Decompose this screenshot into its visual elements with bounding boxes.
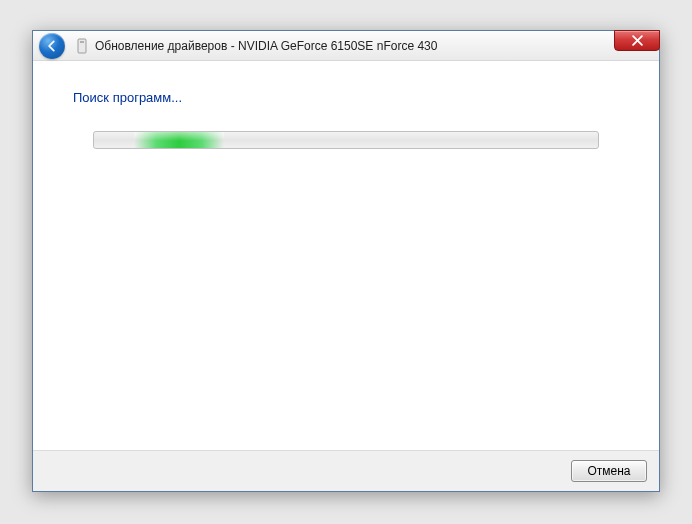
close-button[interactable]	[614, 30, 660, 51]
status-heading: Поиск программ...	[73, 90, 619, 105]
svg-rect-1	[80, 41, 84, 43]
content-area: Поиск программ...	[33, 62, 659, 449]
device-icon	[75, 38, 89, 54]
dialog-footer: Отмена	[33, 450, 659, 491]
back-button[interactable]	[39, 33, 65, 59]
dialog-window: Обновление драйверов - NVIDIA GeForce 61…	[32, 30, 660, 492]
window-title: Обновление драйверов - NVIDIA GeForce 61…	[95, 39, 437, 53]
progress-bar	[93, 131, 599, 149]
titlebar: Обновление драйверов - NVIDIA GeForce 61…	[33, 31, 659, 61]
progress-marquee	[134, 132, 224, 148]
cancel-button[interactable]: Отмена	[571, 460, 647, 482]
arrow-left-icon	[45, 39, 59, 53]
close-icon	[632, 35, 643, 46]
